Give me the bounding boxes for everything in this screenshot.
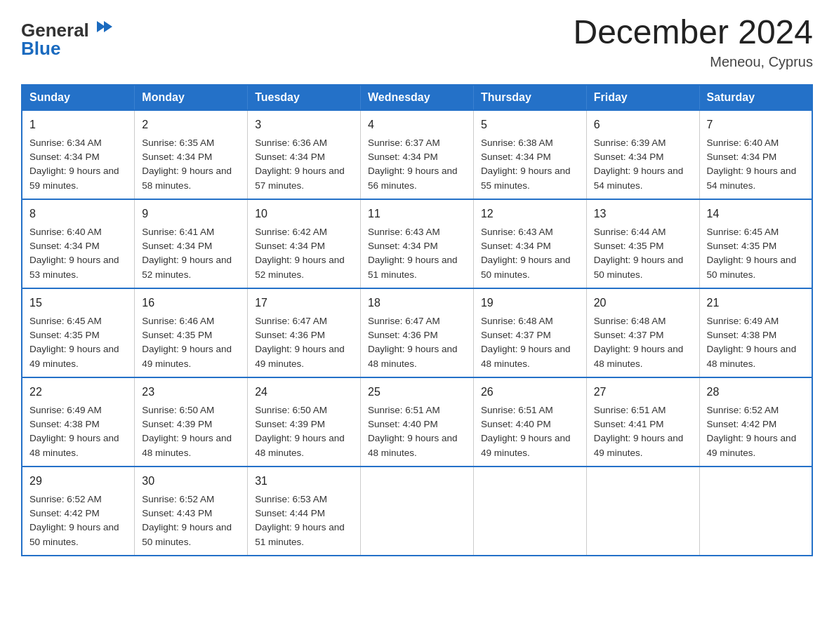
day-number: 5: [481, 116, 579, 133]
day-info: Sunrise: 6:51 AMSunset: 4:40 PMDaylight:…: [481, 405, 571, 458]
week-row-3: 15Sunrise: 6:45 AMSunset: 4:35 PMDayligh…: [22, 288, 812, 377]
day-number: 22: [29, 384, 127, 401]
calendar-header-row: SundayMondayTuesdayWednesdayThursdayFrid…: [22, 85, 812, 110]
day-info: Sunrise: 6:36 AMSunset: 4:34 PMDaylight:…: [255, 137, 345, 191]
day-info: Sunrise: 6:49 AMSunset: 4:38 PMDaylight:…: [707, 316, 797, 369]
day-number: 23: [142, 384, 240, 401]
page-header: General Blue December 2024 Meneou, Cypru…: [21, 14, 813, 70]
day-number: 26: [481, 384, 579, 401]
header-wednesday: Wednesday: [361, 85, 474, 110]
header-tuesday: Tuesday: [248, 85, 361, 110]
calendar-cell: 3Sunrise: 6:36 AMSunset: 4:34 PMDaylight…: [248, 110, 361, 199]
calendar-cell: 11Sunrise: 6:43 AMSunset: 4:34 PMDayligh…: [361, 199, 474, 288]
calendar-cell: 17Sunrise: 6:47 AMSunset: 4:36 PMDayligh…: [248, 288, 361, 377]
calendar-cell: 12Sunrise: 6:43 AMSunset: 4:34 PMDayligh…: [473, 199, 586, 288]
day-info: Sunrise: 6:48 AMSunset: 4:37 PMDaylight:…: [481, 316, 571, 369]
calendar-cell: 14Sunrise: 6:45 AMSunset: 4:35 PMDayligh…: [699, 199, 812, 288]
day-info: Sunrise: 6:40 AMSunset: 4:34 PMDaylight:…: [29, 227, 119, 280]
day-number: 14: [707, 206, 805, 222]
week-row-2: 8Sunrise: 6:40 AMSunset: 4:34 PMDaylight…: [22, 199, 812, 288]
day-info: Sunrise: 6:52 AMSunset: 4:42 PMDaylight:…: [29, 494, 119, 547]
day-info: Sunrise: 6:43 AMSunset: 4:34 PMDaylight:…: [368, 227, 458, 280]
calendar-cell: 20Sunrise: 6:48 AMSunset: 4:37 PMDayligh…: [586, 288, 699, 377]
location: Meneou, Cyprus: [573, 54, 813, 70]
day-number: 4: [368, 116, 466, 133]
day-info: Sunrise: 6:46 AMSunset: 4:35 PMDaylight:…: [142, 316, 232, 369]
day-info: Sunrise: 6:43 AMSunset: 4:34 PMDaylight:…: [481, 227, 571, 280]
day-number: 30: [142, 473, 240, 490]
day-info: Sunrise: 6:53 AMSunset: 4:44 PMDaylight:…: [255, 494, 345, 547]
calendar-cell: 21Sunrise: 6:49 AMSunset: 4:38 PMDayligh…: [699, 288, 812, 377]
calendar-cell: 16Sunrise: 6:46 AMSunset: 4:35 PMDayligh…: [135, 288, 248, 377]
day-number: 2: [142, 116, 240, 133]
day-number: 10: [255, 206, 353, 222]
header-thursday: Thursday: [473, 85, 586, 110]
calendar-cell: 24Sunrise: 6:50 AMSunset: 4:39 PMDayligh…: [248, 377, 361, 467]
calendar-cell: 13Sunrise: 6:44 AMSunset: 4:35 PMDayligh…: [586, 199, 699, 288]
day-number: 9: [142, 206, 240, 222]
calendar-cell: 31Sunrise: 6:53 AMSunset: 4:44 PMDayligh…: [248, 467, 361, 556]
day-info: Sunrise: 6:52 AMSunset: 4:42 PMDaylight:…: [707, 405, 797, 458]
day-number: 15: [29, 295, 127, 311]
day-number: 28: [707, 384, 805, 401]
calendar-cell: [586, 467, 699, 556]
day-info: Sunrise: 6:38 AMSunset: 4:34 PMDaylight:…: [481, 137, 571, 191]
day-number: 18: [368, 295, 466, 311]
day-info: Sunrise: 6:51 AMSunset: 4:41 PMDaylight:…: [594, 405, 684, 458]
calendar-cell: 28Sunrise: 6:52 AMSunset: 4:42 PMDayligh…: [699, 377, 812, 467]
calendar-cell: 29Sunrise: 6:52 AMSunset: 4:42 PMDayligh…: [22, 467, 135, 556]
day-number: 13: [594, 206, 692, 222]
day-number: 3: [255, 116, 353, 133]
day-info: Sunrise: 6:50 AMSunset: 4:39 PMDaylight:…: [142, 405, 232, 458]
day-number: 12: [481, 206, 579, 222]
day-number: 25: [368, 384, 466, 401]
day-info: Sunrise: 6:49 AMSunset: 4:38 PMDaylight:…: [29, 405, 119, 458]
month-title: December 2024: [573, 14, 813, 51]
day-number: 6: [594, 116, 692, 133]
calendar-cell: 7Sunrise: 6:40 AMSunset: 4:34 PMDaylight…: [699, 110, 812, 199]
logo-svg: General Blue: [21, 14, 112, 60]
calendar-cell: 10Sunrise: 6:42 AMSunset: 4:34 PMDayligh…: [248, 199, 361, 288]
calendar-cell: 23Sunrise: 6:50 AMSunset: 4:39 PMDayligh…: [135, 377, 248, 467]
day-info: Sunrise: 6:39 AMSunset: 4:34 PMDaylight:…: [594, 137, 684, 191]
header-friday: Friday: [586, 85, 699, 110]
day-info: Sunrise: 6:47 AMSunset: 4:36 PMDaylight:…: [255, 316, 345, 369]
calendar-cell: 26Sunrise: 6:51 AMSunset: 4:40 PMDayligh…: [473, 377, 586, 467]
day-number: 20: [594, 295, 692, 311]
day-info: Sunrise: 6:37 AMSunset: 4:34 PMDaylight:…: [368, 137, 458, 191]
calendar-cell: [361, 467, 474, 556]
day-info: Sunrise: 6:51 AMSunset: 4:40 PMDaylight:…: [368, 405, 458, 458]
week-row-1: 1Sunrise: 6:34 AMSunset: 4:34 PMDaylight…: [22, 110, 812, 199]
day-number: 8: [29, 206, 127, 222]
title-area: December 2024 Meneou, Cyprus: [573, 14, 813, 70]
day-info: Sunrise: 6:45 AMSunset: 4:35 PMDaylight:…: [707, 227, 797, 280]
day-info: Sunrise: 6:35 AMSunset: 4:34 PMDaylight:…: [142, 137, 232, 191]
day-number: 21: [707, 295, 805, 311]
day-number: 29: [29, 473, 127, 490]
day-number: 31: [255, 473, 353, 490]
day-info: Sunrise: 6:34 AMSunset: 4:34 PMDaylight:…: [29, 137, 119, 191]
calendar-cell: 4Sunrise: 6:37 AMSunset: 4:34 PMDaylight…: [361, 110, 474, 199]
day-info: Sunrise: 6:50 AMSunset: 4:39 PMDaylight:…: [255, 405, 345, 458]
calendar-cell: [473, 467, 586, 556]
calendar-cell: 25Sunrise: 6:51 AMSunset: 4:40 PMDayligh…: [361, 377, 474, 467]
calendar-cell: 5Sunrise: 6:38 AMSunset: 4:34 PMDaylight…: [473, 110, 586, 199]
calendar-table: SundayMondayTuesdayWednesdayThursdayFrid…: [21, 84, 813, 556]
svg-text:Blue: Blue: [21, 38, 60, 59]
day-number: 19: [481, 295, 579, 311]
day-info: Sunrise: 6:41 AMSunset: 4:34 PMDaylight:…: [142, 227, 232, 280]
day-info: Sunrise: 6:40 AMSunset: 4:34 PMDaylight:…: [707, 137, 797, 191]
calendar-cell: 18Sunrise: 6:47 AMSunset: 4:36 PMDayligh…: [361, 288, 474, 377]
day-info: Sunrise: 6:42 AMSunset: 4:34 PMDaylight:…: [255, 227, 345, 280]
calendar-cell: 22Sunrise: 6:49 AMSunset: 4:38 PMDayligh…: [22, 377, 135, 467]
day-info: Sunrise: 6:48 AMSunset: 4:37 PMDaylight:…: [594, 316, 684, 369]
day-info: Sunrise: 6:44 AMSunset: 4:35 PMDaylight:…: [594, 227, 684, 280]
day-number: 11: [368, 206, 466, 222]
day-info: Sunrise: 6:52 AMSunset: 4:43 PMDaylight:…: [142, 494, 232, 547]
day-number: 1: [29, 116, 127, 133]
logo: General Blue: [21, 14, 112, 60]
calendar-cell: 9Sunrise: 6:41 AMSunset: 4:34 PMDaylight…: [135, 199, 248, 288]
day-number: 17: [255, 295, 353, 311]
calendar-cell: 6Sunrise: 6:39 AMSunset: 4:34 PMDaylight…: [586, 110, 699, 199]
calendar-cell: 15Sunrise: 6:45 AMSunset: 4:35 PMDayligh…: [22, 288, 135, 377]
